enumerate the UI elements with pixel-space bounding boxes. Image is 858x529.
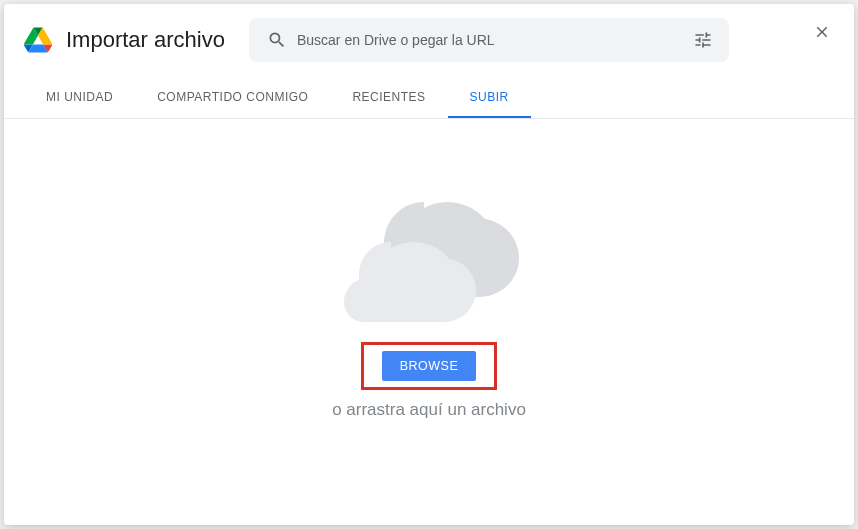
search-input[interactable] [297, 18, 685, 62]
tab-my-drive[interactable]: MI UNIDAD [24, 78, 135, 118]
close-button[interactable] [810, 20, 834, 44]
tabs-bar: MI UNIDAD COMPARTIDO CONMIGO RECIENTES S… [4, 78, 854, 119]
tune-icon[interactable] [693, 30, 713, 50]
upload-content: BROWSE o arrastra aquí un archivo [4, 119, 854, 525]
dialog-header: Importar archivo [4, 4, 854, 72]
tab-upload[interactable]: SUBIR [448, 78, 531, 118]
browse-button[interactable]: BROWSE [382, 351, 477, 381]
google-drive-icon [24, 27, 52, 53]
close-icon [813, 23, 831, 41]
annotation-highlight: BROWSE [361, 342, 498, 390]
tab-recent[interactable]: RECIENTES [330, 78, 447, 118]
search-container[interactable] [249, 18, 729, 62]
dialog-title: Importar archivo [66, 27, 225, 53]
drag-hint-text: o arrastra aquí un archivo [332, 400, 526, 420]
import-file-dialog: Importar archivo MI UNIDAD COMPARTIDO CO… [4, 4, 854, 525]
tab-shared-with-me[interactable]: COMPARTIDO CONMIGO [135, 78, 330, 118]
search-icon [267, 30, 287, 50]
cloud-illustration [329, 194, 529, 324]
